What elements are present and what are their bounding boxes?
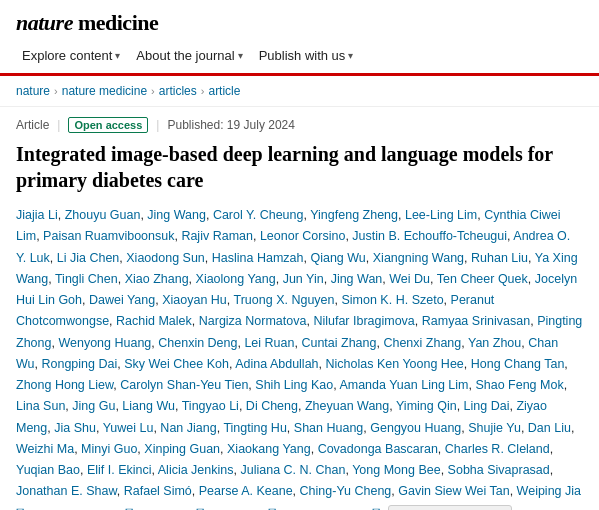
author-link[interactable]: Shao Feng Mok	[475, 378, 563, 392]
author-link[interactable]: Xiao Zhang	[125, 272, 189, 286]
author-link[interactable]: Paisan Ruamviboonsuk	[43, 229, 174, 243]
article-title: Integrated image-based deep learning and…	[0, 137, 599, 201]
author-link[interactable]: Jia Shu	[54, 421, 96, 435]
author-link[interactable]: Simon K. H. Szeto	[341, 293, 443, 307]
author-link[interactable]: Nan Jiang	[160, 421, 216, 435]
author-link[interactable]: Yan Zhou	[468, 336, 521, 350]
show-fewer-authors-button[interactable]: ▴ Show fewer authors	[388, 505, 513, 510]
chevron-down-icon: ▾	[238, 50, 243, 61]
author-link[interactable]: Shujie Yu	[468, 421, 521, 435]
breadcrumb-sep: ›	[151, 85, 155, 97]
author-link[interactable]: Cuntai Zhang	[301, 336, 376, 350]
author-link[interactable]: Ruhan Liu	[471, 251, 528, 265]
nav-publish-with-us[interactable]: Publish with us ▾	[253, 44, 360, 67]
author-link[interactable]: Jing Wan	[331, 272, 383, 286]
author-link[interactable]: Yingfeng Zheng	[310, 208, 398, 222]
author-link[interactable]: Amanda Yuan Ling Lim	[339, 378, 468, 392]
email-icon: ✉	[125, 506, 133, 511]
author-link[interactable]: Haslina Hamzah	[212, 251, 304, 265]
author-link[interactable]: Sky Wei Chee Koh	[124, 357, 229, 371]
author-link[interactable]: Shan Huang	[294, 421, 364, 435]
author-link[interactable]: Ching-Yu Cheng	[300, 484, 392, 498]
breadcrumb-nature[interactable]: nature	[16, 84, 50, 98]
nav-about-journal[interactable]: About the journal ▾	[130, 44, 248, 67]
author-link[interactable]: Xiangning Wang	[373, 251, 464, 265]
breadcrumb-article[interactable]: article	[208, 84, 240, 98]
author-link[interactable]: Chenxi Zhang	[383, 336, 461, 350]
author-link[interactable]: Ten Cheer Quek	[437, 272, 528, 286]
author-link[interactable]: Juliana C. N. Chan	[240, 463, 345, 477]
author-link[interactable]: Justin B. Echouffo-Tcheugui	[352, 229, 507, 243]
author-link[interactable]: Minyi Guo	[81, 442, 137, 456]
author-link[interactable]: Qiang Wu	[310, 251, 365, 265]
author-link[interactable]: Gavin Siew Wei Tan	[398, 484, 509, 498]
author-link[interactable]: Xiaodong Sun	[126, 251, 205, 265]
chevron-down-icon: ▾	[115, 50, 120, 61]
author-link[interactable]: Di Cheng	[246, 399, 298, 413]
header: nature medicine Explore content ▾ About …	[0, 0, 599, 76]
author-link[interactable]: Yuqian Bao	[16, 463, 80, 477]
nav-explore-content[interactable]: Explore content ▾	[16, 44, 126, 67]
author-link[interactable]: Nicholas Ken Yoong Hee	[326, 357, 464, 371]
author-link[interactable]: Adina Abdullah	[235, 357, 318, 371]
author-link[interactable]: Alicia Jenkins	[158, 463, 234, 477]
author-link[interactable]: Jiajia Li	[16, 208, 58, 222]
author-link[interactable]: Wenyong Huang	[58, 336, 151, 350]
author-link[interactable]: Lee-Ling Lim	[405, 208, 477, 222]
author-link[interactable]: Liang Wu	[122, 399, 175, 413]
author-link[interactable]: Zhouyu Guan	[65, 208, 141, 222]
author-link[interactable]: Xiaolong Yang	[196, 272, 276, 286]
author-link[interactable]: Jing Gu	[72, 399, 115, 413]
breadcrumb: nature › nature medicine › articles › ar…	[0, 76, 599, 107]
breadcrumb-nature-medicine[interactable]: nature medicine	[62, 84, 147, 98]
author-link[interactable]: Tingting Hu	[223, 421, 286, 435]
author-link[interactable]: Leonor Corsino	[260, 229, 345, 243]
author-link[interactable]: Chenxin Deng	[158, 336, 237, 350]
author-link[interactable]: Covadonga Bascaran	[318, 442, 438, 456]
author-link[interactable]: Ling Dai	[464, 399, 510, 413]
author-link[interactable]: Truong X. Nguyen	[234, 293, 335, 307]
author-link[interactable]: Li Jia Chen	[57, 251, 120, 265]
author-link[interactable]: Rajiv Raman	[181, 229, 253, 243]
author-link[interactable]: Yuwei Lu	[103, 421, 154, 435]
author-link[interactable]: Zhong Hong Liew	[16, 378, 113, 392]
author-link[interactable]: Hong Chang Tan	[471, 357, 565, 371]
author-link[interactable]: Wei Du	[389, 272, 430, 286]
author-link[interactable]: Carol Y. Cheung	[213, 208, 304, 222]
author-link[interactable]: Jonathan E. Shaw	[16, 484, 117, 498]
author-link[interactable]: Sobha Sivaprasad	[448, 463, 550, 477]
author-link[interactable]: Nilufar Ibragimova	[313, 314, 414, 328]
author-link[interactable]: Gengyou Huang	[370, 421, 461, 435]
author-link[interactable]: Shih Ling Kao	[255, 378, 333, 392]
breadcrumb-articles[interactable]: articles	[159, 84, 197, 98]
chevron-up-icon: ▴	[395, 507, 401, 510]
email-icon: ✉	[196, 506, 204, 511]
author-link[interactable]: Carolyn Shan-Yeu Tien	[120, 378, 248, 392]
author-link[interactable]: Elif I. Ekinci	[87, 463, 152, 477]
author-link[interactable]: Pearse A. Keane	[199, 484, 293, 498]
author-link[interactable]: Weizhi Ma	[16, 442, 74, 456]
author-link[interactable]: Lei Ruan	[244, 336, 294, 350]
author-link[interactable]: Rachid Malek	[116, 314, 192, 328]
author-link[interactable]: Dawei Yang	[89, 293, 155, 307]
author-link[interactable]: Xiaokang Yang	[227, 442, 311, 456]
chevron-down-icon: ▾	[348, 50, 353, 61]
author-link[interactable]: Xinping Guan	[144, 442, 220, 456]
author-link[interactable]: Zheyuan Wang	[305, 399, 389, 413]
author-link[interactable]: Ramyaa Srinivasan	[422, 314, 530, 328]
author-link[interactable]: Rongping Dai	[41, 357, 117, 371]
author-link[interactable]: Rafael Simó	[124, 484, 192, 498]
author-link[interactable]: Yiming Qin	[396, 399, 457, 413]
site-logo[interactable]: nature medicine	[16, 10, 583, 36]
author-link[interactable]: Charles R. Cleland	[445, 442, 550, 456]
author-link[interactable]: Lina Sun	[16, 399, 65, 413]
author-link[interactable]: Weiping Jia	[517, 484, 581, 498]
author-link[interactable]: Jun Yin	[283, 272, 324, 286]
author-link[interactable]: Yong Mong Bee	[352, 463, 441, 477]
author-link[interactable]: Nargiza Normatova	[199, 314, 307, 328]
author-link[interactable]: Tingyao Li	[182, 399, 239, 413]
author-link[interactable]: Jing Wang	[147, 208, 206, 222]
author-link[interactable]: Tingli Chen	[55, 272, 118, 286]
author-link[interactable]: Xiaoyan Hu	[162, 293, 227, 307]
author-link[interactable]: Dan Liu	[528, 421, 571, 435]
